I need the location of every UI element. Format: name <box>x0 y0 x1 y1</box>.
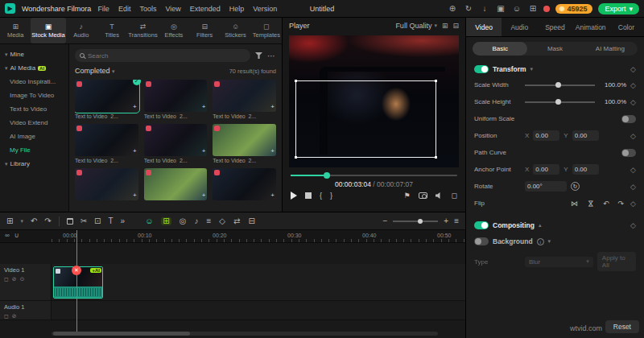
more-tools-icon[interactable]: » <box>121 217 126 225</box>
download-icon[interactable]: ↓ <box>479 4 489 13</box>
add-to-timeline-icon[interactable]: + <box>133 192 137 199</box>
anchor-x-field[interactable] <box>533 164 559 175</box>
record-indicator-icon[interactable] <box>543 6 550 12</box>
plugin-icon[interactable]: ⊕ <box>447 4 457 13</box>
sidebar-item-ai-media[interactable]: ▾AI MediaAI <box>0 61 68 75</box>
add-to-timeline-icon[interactable]: + <box>202 148 206 155</box>
keyframe-diamond-icon[interactable]: ◇ <box>630 200 636 208</box>
keyframe-diamond-icon[interactable]: ◇ <box>630 81 636 89</box>
keyframe-tool-icon[interactable]: ◇ <box>219 217 225 225</box>
keyframe-diamond-icon[interactable]: ◇ <box>630 166 636 174</box>
stock-media-item[interactable]: + Text to Video_2... <box>144 80 208 119</box>
status-filter-dropdown[interactable]: Completed ▾ <box>75 67 115 75</box>
mark-out-icon[interactable]: } <box>330 192 332 200</box>
workspace-icon[interactable]: ⊞ <box>527 4 538 13</box>
tab-animation[interactable]: Animation <box>573 18 609 36</box>
tab-audio-props[interactable]: Audio <box>502 18 537 36</box>
delete-icon[interactable] <box>67 218 73 225</box>
lock-icon[interactable]: ◻ <box>4 276 9 282</box>
history-icon[interactable]: ↻ <box>463 4 473 13</box>
anchor-y-field[interactable] <box>572 164 599 175</box>
sidebar-item-my-file[interactable]: My File <box>0 143 68 157</box>
account-icon[interactable]: ☺ <box>511 4 522 13</box>
track-manager-icon[interactable]: ⊞ <box>6 217 13 225</box>
add-to-timeline-icon[interactable]: + <box>202 192 206 199</box>
screen-record-icon[interactable]: ▣ <box>495 4 506 13</box>
pip-tool-icon[interactable]: ⊟ <box>248 217 254 225</box>
add-to-timeline-icon[interactable]: + <box>133 104 137 110</box>
playhead-handle-icon[interactable]: ✕ <box>72 266 81 275</box>
menu-edit[interactable]: Edit <box>118 5 131 13</box>
sidebar-item-text-to-video[interactable]: Text to Video <box>0 102 68 116</box>
scrub-thumb[interactable] <box>324 172 330 179</box>
scale-height-value[interactable]: 100.0% <box>599 98 626 105</box>
stock-media-item[interactable]: + Text to Video_2... <box>213 168 276 200</box>
timeline-scrollbar[interactable] <box>52 332 438 336</box>
sidebar-item-video-inspiration[interactable]: Video Inspirati... <box>0 75 68 89</box>
more-options-icon[interactable]: ⋯ <box>267 52 276 60</box>
coins-badge[interactable]: ◉ 45925 <box>555 4 592 14</box>
sidebar-item-mine[interactable]: ▾Mine <box>0 47 68 61</box>
item-thumbnail[interactable]: + <box>75 168 138 200</box>
timeline-ruler[interactable]: ∞ ∪ 00:00 00:10 00:20 00:30 00:40 00:50 <box>0 230 465 243</box>
add-to-timeline-icon[interactable]: + <box>202 104 206 110</box>
smart-edit-icon[interactable]: ☺ <box>145 217 153 225</box>
subtab-ai-matting[interactable]: AI Matting <box>583 42 638 56</box>
tab-stock-media[interactable]: ▣Stock Media <box>31 18 65 43</box>
background-toggle[interactable] <box>474 237 489 245</box>
menu-help[interactable]: Help <box>229 5 245 13</box>
mute-icon[interactable]: ⊘ <box>12 276 17 282</box>
transform-bounding-box[interactable] <box>295 80 436 158</box>
zoom-out-icon[interactable]: − <box>382 217 387 225</box>
redo-icon[interactable]: ↷ <box>44 217 51 225</box>
play-button[interactable] <box>291 192 297 200</box>
speaker-icon[interactable] <box>436 192 444 199</box>
sidebar-item-ai-image[interactable]: AI Image <box>0 130 68 143</box>
tab-stickers[interactable]: ☺Stickers <box>220 18 250 43</box>
search-input[interactable] <box>88 52 246 60</box>
keyframe-diamond-icon[interactable]: ◇ <box>630 65 636 73</box>
tab-speed[interactable]: Speed <box>537 18 572 36</box>
text-tool-icon[interactable]: T <box>108 217 113 225</box>
export-button[interactable]: Export ▾ <box>598 3 639 14</box>
pip-view-icon[interactable]: ⊟ <box>452 22 459 30</box>
tab-media[interactable]: ⊞Media <box>0 18 31 43</box>
menu-view[interactable]: View <box>165 5 180 13</box>
scale-width-value[interactable]: 100.0% <box>599 81 626 89</box>
background-type-select[interactable]: Blur ▾ <box>525 257 593 267</box>
position-y-field[interactable] <box>572 130 599 141</box>
snapshot-icon[interactable] <box>419 192 427 199</box>
chevron-down-icon[interactable]: ▾ <box>548 238 551 245</box>
chevron-up-icon[interactable]: ▴ <box>539 222 542 229</box>
rotate-left-icon[interactable]: ↶ <box>601 200 612 208</box>
stock-media-item[interactable]: + Text to Video_2... <box>75 124 138 163</box>
render-preview-icon[interactable]: ⚑ <box>403 192 410 200</box>
add-to-timeline-icon[interactable]: + <box>270 148 275 155</box>
item-thumbnail[interactable]: + <box>75 124 138 156</box>
audio-track[interactable]: Audio 1 ◻ ⊘ <box>0 301 465 320</box>
fullscreen-icon[interactable]: ◻ <box>452 192 457 200</box>
stock-media-item[interactable]: + Text to Video_2... <box>144 168 208 200</box>
tab-effects[interactable]: ◎Effects <box>159 18 189 43</box>
tab-color[interactable]: Color <box>609 18 644 36</box>
filter-icon[interactable] <box>255 52 262 59</box>
audio-mixer-icon[interactable]: ≡ <box>206 217 211 225</box>
item-thumbnail[interactable]: + <box>75 80 138 112</box>
transition-tool-icon[interactable]: ⇄ <box>233 217 240 225</box>
chevron-down-icon[interactable]: ▾ <box>20 218 23 225</box>
stock-media-item[interactable]: + Text to Video_2... <box>144 124 208 163</box>
item-thumbnail[interactable]: + <box>144 80 208 112</box>
compositing-toggle[interactable] <box>474 221 489 229</box>
menu-tools[interactable]: Tools <box>139 5 156 13</box>
flip-vertical-icon[interactable]: ⋈ <box>586 197 594 209</box>
tab-audio[interactable]: ♪Audio <box>66 18 97 43</box>
item-thumbnail[interactable]: + <box>144 124 208 156</box>
item-thumbnail[interactable]: + <box>213 80 276 112</box>
path-curve-toggle[interactable] <box>621 149 636 157</box>
sidebar-item-image-to-video[interactable]: Image To Video <box>0 89 68 102</box>
stock-media-item[interactable]: ✓ + Text to Video_2... <box>75 80 138 119</box>
sidebar-item-library[interactable]: ▾Library <box>0 157 68 171</box>
apply-to-all-button[interactable]: Apply to All <box>597 252 636 271</box>
scale-width-slider[interactable] <box>525 82 595 89</box>
tab-video[interactable]: Video <box>466 18 502 36</box>
